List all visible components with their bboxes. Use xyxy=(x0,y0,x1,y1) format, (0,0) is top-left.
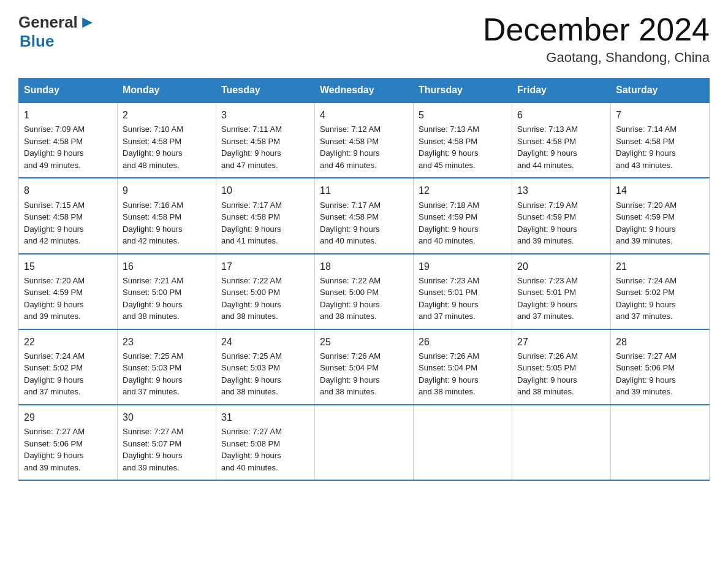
day-number: 21 xyxy=(616,259,704,274)
day-info: Sunrise: 7:12 AMSunset: 4:58 PMDaylight:… xyxy=(320,123,408,171)
column-header-thursday: Thursday xyxy=(414,79,512,103)
calendar-cell: 15Sunrise: 7:20 AMSunset: 4:59 PMDayligh… xyxy=(19,254,118,329)
day-info: Sunrise: 7:27 AMSunset: 5:07 PMDaylight:… xyxy=(123,426,211,473)
day-info: Sunrise: 7:26 AMSunset: 5:04 PMDaylight:… xyxy=(419,350,507,398)
calendar-cell: 22Sunrise: 7:24 AMSunset: 5:02 PMDayligh… xyxy=(19,329,118,405)
day-info: Sunrise: 7:20 AMSunset: 4:59 PMDaylight:… xyxy=(616,199,704,247)
day-info: Sunrise: 7:26 AMSunset: 5:05 PMDaylight:… xyxy=(517,350,605,398)
day-number: 1 xyxy=(24,108,112,122)
calendar-table: SundayMondayTuesdayWednesdayThursdayFrid… xyxy=(18,78,710,481)
day-info: Sunrise: 7:22 AMSunset: 5:00 PMDaylight:… xyxy=(221,275,309,323)
logo: General ► Blue xyxy=(18,12,96,51)
day-info: Sunrise: 7:27 AMSunset: 5:06 PMDaylight:… xyxy=(24,426,112,473)
calendar-cell: 6Sunrise: 7:13 AMSunset: 4:58 PMDaylight… xyxy=(512,102,611,178)
calendar-cell: 17Sunrise: 7:22 AMSunset: 5:00 PMDayligh… xyxy=(216,254,315,329)
day-number: 24 xyxy=(221,335,309,349)
day-number: 18 xyxy=(320,259,408,274)
calendar-header-row: SundayMondayTuesdayWednesdayThursdayFrid… xyxy=(19,79,710,103)
calendar-cell: 18Sunrise: 7:22 AMSunset: 5:00 PMDayligh… xyxy=(315,254,414,329)
day-info: Sunrise: 7:11 AMSunset: 4:58 PMDaylight:… xyxy=(221,123,309,171)
calendar-cell: 3Sunrise: 7:11 AMSunset: 4:58 PMDaylight… xyxy=(216,102,315,178)
day-info: Sunrise: 7:26 AMSunset: 5:04 PMDaylight:… xyxy=(320,350,408,398)
day-info: Sunrise: 7:24 AMSunset: 5:02 PMDaylight:… xyxy=(616,275,704,323)
day-info: Sunrise: 7:23 AMSunset: 5:01 PMDaylight:… xyxy=(419,275,507,323)
calendar-cell xyxy=(611,405,710,480)
day-info: Sunrise: 7:27 AMSunset: 5:08 PMDaylight:… xyxy=(221,426,309,473)
day-info: Sunrise: 7:18 AMSunset: 4:59 PMDaylight:… xyxy=(419,199,507,247)
calendar-cell: 27Sunrise: 7:26 AMSunset: 5:05 PMDayligh… xyxy=(512,329,611,405)
day-info: Sunrise: 7:27 AMSunset: 5:06 PMDaylight:… xyxy=(616,350,704,398)
day-number: 22 xyxy=(24,335,112,349)
calendar-cell: 13Sunrise: 7:19 AMSunset: 4:59 PMDayligh… xyxy=(512,178,611,253)
calendar-cell xyxy=(414,405,512,480)
calendar-week-row: 8Sunrise: 7:15 AMSunset: 4:58 PMDaylight… xyxy=(19,178,710,253)
calendar-week-row: 22Sunrise: 7:24 AMSunset: 5:02 PMDayligh… xyxy=(19,329,710,405)
day-number: 23 xyxy=(123,335,211,349)
day-info: Sunrise: 7:17 AMSunset: 4:58 PMDaylight:… xyxy=(320,199,408,247)
column-header-monday: Monday xyxy=(118,79,216,103)
day-info: Sunrise: 7:24 AMSunset: 5:02 PMDaylight:… xyxy=(24,350,112,398)
column-header-tuesday: Tuesday xyxy=(216,79,315,103)
calendar-cell: 23Sunrise: 7:25 AMSunset: 5:03 PMDayligh… xyxy=(118,329,216,405)
logo-arrow-icon: ► xyxy=(79,12,96,32)
calendar-cell: 21Sunrise: 7:24 AMSunset: 5:02 PMDayligh… xyxy=(611,254,710,329)
day-info: Sunrise: 7:21 AMSunset: 5:00 PMDaylight:… xyxy=(123,275,211,323)
day-info: Sunrise: 7:13 AMSunset: 4:58 PMDaylight:… xyxy=(419,123,507,171)
day-info: Sunrise: 7:19 AMSunset: 4:59 PMDaylight:… xyxy=(517,199,605,247)
day-info: Sunrise: 7:17 AMSunset: 4:58 PMDaylight:… xyxy=(221,199,309,247)
day-number: 17 xyxy=(221,259,309,274)
calendar-cell: 9Sunrise: 7:16 AMSunset: 4:58 PMDaylight… xyxy=(118,178,216,253)
day-number: 19 xyxy=(419,259,507,274)
day-info: Sunrise: 7:15 AMSunset: 4:58 PMDaylight:… xyxy=(24,199,112,247)
calendar-cell: 8Sunrise: 7:15 AMSunset: 4:58 PMDaylight… xyxy=(19,178,118,253)
calendar-cell: 14Sunrise: 7:20 AMSunset: 4:59 PMDayligh… xyxy=(611,178,710,253)
calendar-cell: 19Sunrise: 7:23 AMSunset: 5:01 PMDayligh… xyxy=(414,254,512,329)
logo-general-text: General xyxy=(18,13,78,32)
calendar-cell: 24Sunrise: 7:25 AMSunset: 5:03 PMDayligh… xyxy=(216,329,315,405)
calendar-cell: 11Sunrise: 7:17 AMSunset: 4:58 PMDayligh… xyxy=(315,178,414,253)
day-info: Sunrise: 7:25 AMSunset: 5:03 PMDaylight:… xyxy=(123,350,211,398)
day-number: 6 xyxy=(517,108,605,122)
day-number: 12 xyxy=(419,183,507,197)
day-number: 31 xyxy=(221,410,309,424)
day-info: Sunrise: 7:09 AMSunset: 4:58 PMDaylight:… xyxy=(24,123,112,171)
day-number: 26 xyxy=(419,335,507,349)
title-block: December 2024 Gaotang, Shandong, China xyxy=(483,12,710,66)
calendar-cell: 2Sunrise: 7:10 AMSunset: 4:58 PMDaylight… xyxy=(118,102,216,178)
location-title: Gaotang, Shandong, China xyxy=(483,50,710,66)
month-title: December 2024 xyxy=(483,12,710,47)
day-info: Sunrise: 7:13 AMSunset: 4:58 PMDaylight:… xyxy=(517,123,605,171)
day-number: 14 xyxy=(616,183,704,197)
day-number: 4 xyxy=(320,108,408,122)
calendar-cell: 20Sunrise: 7:23 AMSunset: 5:01 PMDayligh… xyxy=(512,254,611,329)
column-header-wednesday: Wednesday xyxy=(315,79,414,103)
day-number: 29 xyxy=(24,410,112,424)
day-info: Sunrise: 7:22 AMSunset: 5:00 PMDaylight:… xyxy=(320,275,408,323)
day-number: 8 xyxy=(24,183,112,197)
day-number: 10 xyxy=(221,183,309,197)
day-info: Sunrise: 7:10 AMSunset: 4:58 PMDaylight:… xyxy=(123,123,211,171)
calendar-cell: 28Sunrise: 7:27 AMSunset: 5:06 PMDayligh… xyxy=(611,329,710,405)
day-number: 30 xyxy=(123,410,211,424)
calendar-cell: 16Sunrise: 7:21 AMSunset: 5:00 PMDayligh… xyxy=(118,254,216,329)
day-number: 27 xyxy=(517,335,605,349)
calendar-cell: 1Sunrise: 7:09 AMSunset: 4:58 PMDaylight… xyxy=(19,102,118,178)
day-number: 5 xyxy=(419,108,507,122)
calendar-cell: 10Sunrise: 7:17 AMSunset: 4:58 PMDayligh… xyxy=(216,178,315,253)
day-number: 3 xyxy=(221,108,309,122)
page-header: General ► Blue December 2024 Gaotang, Sh… xyxy=(18,12,710,66)
calendar-cell: 5Sunrise: 7:13 AMSunset: 4:58 PMDaylight… xyxy=(414,102,512,178)
day-number: 16 xyxy=(123,259,211,274)
calendar-cell: 7Sunrise: 7:14 AMSunset: 4:58 PMDaylight… xyxy=(611,102,710,178)
calendar-cell: 29Sunrise: 7:27 AMSunset: 5:06 PMDayligh… xyxy=(19,405,118,480)
calendar-cell: 30Sunrise: 7:27 AMSunset: 5:07 PMDayligh… xyxy=(118,405,216,480)
calendar-week-row: 29Sunrise: 7:27 AMSunset: 5:06 PMDayligh… xyxy=(19,405,710,480)
calendar-cell: 4Sunrise: 7:12 AMSunset: 4:58 PMDaylight… xyxy=(315,102,414,178)
day-info: Sunrise: 7:14 AMSunset: 4:58 PMDaylight:… xyxy=(616,123,704,171)
day-number: 28 xyxy=(616,335,704,349)
column-header-sunday: Sunday xyxy=(19,79,118,103)
calendar-cell: 31Sunrise: 7:27 AMSunset: 5:08 PMDayligh… xyxy=(216,405,315,480)
day-number: 2 xyxy=(123,108,211,122)
day-info: Sunrise: 7:25 AMSunset: 5:03 PMDaylight:… xyxy=(221,350,309,398)
day-info: Sunrise: 7:23 AMSunset: 5:01 PMDaylight:… xyxy=(517,275,605,323)
